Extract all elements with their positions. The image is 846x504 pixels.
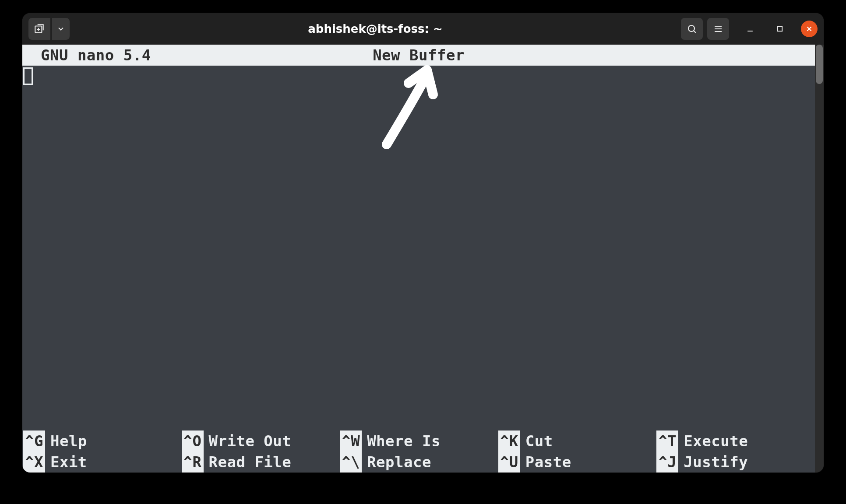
- titlebar-left-controls: [28, 18, 70, 40]
- chevron-down-icon: [56, 24, 65, 33]
- minimize-button[interactable]: [741, 20, 759, 38]
- shortcut-paste: ^UPaste: [498, 452, 657, 472]
- shortcut-execute: ^TExecute: [656, 430, 815, 452]
- shortcut-label: Cut: [525, 430, 553, 452]
- nano-version: GNU nano 5.4: [41, 45, 151, 66]
- close-icon: [805, 25, 813, 33]
- new-tab-button[interactable]: [28, 18, 50, 40]
- nano-editor-area[interactable]: [22, 66, 815, 430]
- nano-header: GNU nano 5.4 New Buffer: [22, 45, 815, 66]
- shortcut-key: ^R: [182, 452, 204, 472]
- shortcut-label: Exit: [50, 452, 87, 472]
- shortcut-whereis: ^WWhere Is: [340, 430, 498, 452]
- shortcut-key: ^J: [656, 452, 678, 472]
- minimize-icon: [746, 24, 754, 33]
- shortcut-help: ^GHelp: [23, 430, 182, 452]
- terminal-wrap: GNU nano 5.4 New Buffer ^GHelp ^OWrite O…: [22, 45, 824, 472]
- shortcut-key: ^X: [23, 452, 45, 472]
- shortcut-key: ^T: [656, 430, 678, 452]
- terminal[interactable]: GNU nano 5.4 New Buffer ^GHelp ^OWrite O…: [22, 45, 815, 472]
- search-icon: [687, 24, 697, 34]
- shortcut-key: ^U: [498, 452, 520, 472]
- shortcut-key: ^G: [23, 430, 45, 452]
- titlebar-right-controls: [681, 18, 818, 40]
- shortcut-writeout: ^OWrite Out: [182, 430, 340, 452]
- shortcut-key: ^O: [182, 430, 204, 452]
- scrollbar-thumb[interactable]: [816, 45, 823, 84]
- terminal-window: abhishek@its-foss: ~ GNU nano 5.4 N: [22, 13, 824, 472]
- shortcut-label: Justify: [684, 452, 748, 472]
- close-button[interactable]: [801, 21, 818, 37]
- window-title: abhishek@its-foss: ~: [73, 22, 677, 35]
- shortcut-exit: ^XExit: [23, 452, 182, 472]
- search-button[interactable]: [681, 18, 703, 40]
- shortcut-label: Paste: [525, 452, 571, 472]
- shortcut-label: Help: [50, 430, 87, 452]
- shortcut-key: ^K: [498, 430, 520, 452]
- maximize-button[interactable]: [771, 20, 789, 38]
- maximize-icon: [776, 25, 784, 33]
- shortcut-label: Where Is: [367, 430, 441, 452]
- new-tab-icon: [34, 23, 45, 35]
- svg-point-1: [688, 25, 694, 32]
- hamburger-icon: [713, 24, 723, 34]
- svg-rect-2: [778, 27, 783, 32]
- scrollbar[interactable]: [815, 45, 824, 472]
- titlebar: abhishek@its-foss: ~: [22, 13, 824, 45]
- text-cursor: [23, 67, 33, 85]
- shortcut-label: Execute: [684, 430, 748, 452]
- nano-footer: ^GHelp ^OWrite Out ^WWhere Is ^KCut ^TEx…: [22, 430, 815, 472]
- nano-buffer-name: New Buffer: [373, 45, 465, 66]
- shortcut-readfile: ^RRead File: [182, 452, 340, 472]
- shortcut-label: Read File: [209, 452, 292, 472]
- annotation-arrow-icon: [374, 61, 448, 149]
- menu-button[interactable]: [707, 18, 729, 40]
- shortcut-label: Replace: [367, 452, 431, 472]
- shortcut-label: Write Out: [209, 430, 292, 452]
- new-tab-dropdown-button[interactable]: [52, 18, 70, 40]
- shortcut-justify: ^JJustify: [656, 452, 815, 472]
- shortcut-key: ^\: [340, 452, 362, 472]
- shortcut-cut: ^KCut: [498, 430, 657, 452]
- shortcut-replace: ^\Replace: [340, 452, 498, 472]
- shortcut-key: ^W: [340, 430, 362, 452]
